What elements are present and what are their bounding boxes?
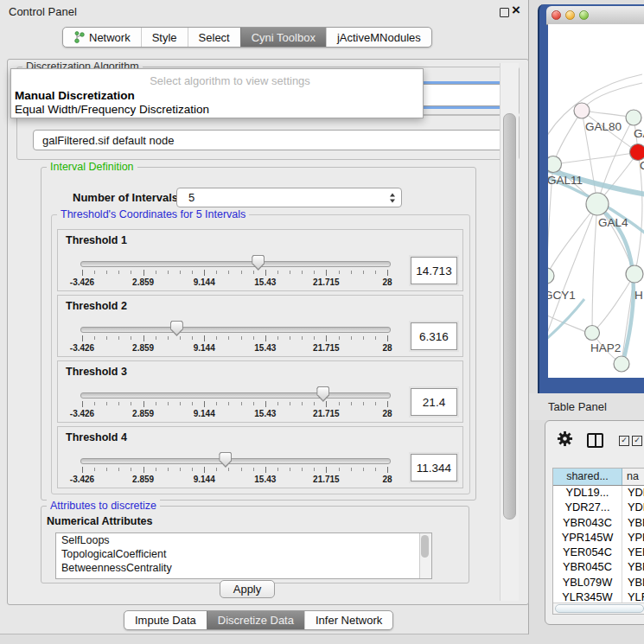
tab-network-label: Network bbox=[89, 31, 131, 44]
network-node-HAP2[interactable] bbox=[585, 326, 600, 341]
network-edge[interactable] bbox=[553, 111, 582, 164]
tick-mark bbox=[118, 402, 119, 405]
threshold-panel: Threshold 3-3.4262.8599.14415.4321.71528… bbox=[57, 360, 463, 423]
number-of-intervals-label: Number of Intervals bbox=[73, 191, 178, 204]
network-window-titlebar[interactable] bbox=[546, 6, 644, 25]
network-edge[interactable] bbox=[597, 274, 634, 328]
panel-vertical-scrollbar[interactable] bbox=[500, 63, 519, 601]
slider-track[interactable] bbox=[80, 261, 391, 267]
numerical-attribute-item[interactable]: TopologicalCoefficient bbox=[56, 547, 431, 561]
column-header-shared-name[interactable]: shared... bbox=[553, 469, 622, 485]
tick-mark bbox=[265, 270, 266, 276]
minimize-traffic-light[interactable] bbox=[565, 10, 575, 20]
tick-label: 28 bbox=[366, 409, 409, 418]
tick-mark bbox=[204, 335, 205, 341]
tick-mark bbox=[143, 335, 144, 341]
numerical-attribute-item[interactable]: BetweennessCentrality bbox=[56, 561, 431, 575]
tick-mark bbox=[131, 271, 131, 274]
network-node-label: H bbox=[634, 289, 643, 302]
network-edge[interactable] bbox=[553, 152, 638, 164]
close-traffic-light[interactable] bbox=[552, 10, 561, 20]
network-node-GAL4[interactable] bbox=[586, 193, 609, 215]
numerical-attribute-item[interactable]: SelfLoops bbox=[56, 533, 431, 547]
apply-button[interactable]: Apply bbox=[220, 580, 275, 598]
network-view-window: GAL80GACGAL11GAL4GCY1HHAP2 bbox=[538, 4, 644, 393]
network-edge[interactable] bbox=[597, 204, 634, 274]
table-row[interactable]: YBL079WYBL0 bbox=[553, 576, 644, 590]
float-window-icon[interactable] bbox=[500, 8, 509, 17]
network-edge-highlighted[interactable] bbox=[548, 299, 584, 342]
attributes-to-discretize-label: Attributes to discretize bbox=[47, 500, 160, 513]
tick-label: 15.43 bbox=[244, 409, 287, 418]
table-row[interactable]: YDR27...YDR2 bbox=[553, 501, 644, 515]
column-header-name[interactable]: na bbox=[622, 469, 644, 485]
interval-definition-group: Interval Definition Number of Intervals … bbox=[41, 167, 476, 501]
tab-infer-network[interactable]: Infer Network bbox=[304, 611, 392, 629]
slider-thumb[interactable] bbox=[170, 321, 183, 336]
network-node-GAL80[interactable] bbox=[574, 103, 590, 118]
split-table-icon[interactable] bbox=[587, 433, 603, 448]
tab-impute-data[interactable]: Impute Data bbox=[124, 611, 207, 629]
network-node-GA[interactable] bbox=[626, 110, 641, 125]
tick-mark bbox=[216, 336, 217, 340]
table-horizontal-scrollbar[interactable] bbox=[553, 603, 644, 614]
gear-icon[interactable] bbox=[557, 430, 573, 450]
network-node-GCY1[interactable] bbox=[548, 268, 554, 284]
checkbox-column-icon-2[interactable]: ✓ bbox=[632, 436, 642, 446]
cell-name: YBR0 bbox=[622, 516, 644, 531]
threshold-value-field[interactable]: 11.344 bbox=[411, 454, 457, 481]
slider-thumb[interactable] bbox=[219, 452, 232, 468]
tick-mark bbox=[326, 467, 327, 473]
tick-mark bbox=[82, 401, 83, 407]
checkbox-column-icon[interactable]: ✓ bbox=[619, 436, 629, 446]
threshold-value-field[interactable]: 14.713 bbox=[411, 257, 457, 284]
table-row[interactable]: YER054CYER0 bbox=[553, 545, 644, 560]
network-edge[interactable] bbox=[592, 204, 597, 333]
number-of-intervals-combobox[interactable]: 5 bbox=[176, 188, 402, 207]
slider-thumb[interactable] bbox=[316, 386, 329, 402]
network-node-label: GA bbox=[634, 127, 644, 140]
attributes-list-scrollbar[interactable] bbox=[419, 533, 431, 578]
tick-mark bbox=[339, 402, 340, 405]
slider-track[interactable] bbox=[80, 327, 391, 333]
tab-discretize-data[interactable]: Discretize Data bbox=[207, 611, 304, 629]
tick-mark bbox=[375, 336, 376, 340]
numerical-attributes-list[interactable]: SelfLoopsTopologicalCoefficientBetweenne… bbox=[55, 532, 432, 579]
table-data-combobox[interactable]: galFiltered.sif default node bbox=[33, 130, 512, 150]
table-horizontal-scrollbar-thumb[interactable] bbox=[555, 604, 644, 613]
tab-style[interactable]: Style bbox=[141, 28, 188, 47]
network-edge[interactable] bbox=[548, 204, 597, 346]
attributes-list-scrollbar-thumb[interactable] bbox=[421, 535, 429, 558]
zoom-traffic-light[interactable] bbox=[579, 10, 589, 20]
tab-select[interactable]: Select bbox=[188, 28, 240, 47]
threshold-value-field[interactable]: 21.4 bbox=[411, 388, 457, 416]
tick-mark bbox=[302, 402, 303, 405]
popup-option-manual-discretization[interactable]: Manual Discretization bbox=[15, 89, 135, 102]
tick-mark bbox=[82, 335, 83, 341]
slider-track[interactable] bbox=[80, 458, 391, 464]
popup-option-equal-width-frequency[interactable]: Equal Width/Frequency Discretization bbox=[15, 103, 209, 116]
tab-network[interactable]: Network bbox=[63, 28, 141, 47]
table-row[interactable]: YBR045CYBR0 bbox=[553, 560, 644, 575]
network-node-GAL11[interactable] bbox=[548, 156, 562, 173]
tick-label: 2.859 bbox=[122, 343, 165, 353]
table-row[interactable]: YPR145WYPR1 bbox=[553, 531, 644, 545]
panel-vertical-scrollbar-thumb[interactable] bbox=[503, 113, 516, 520]
slider-track[interactable] bbox=[80, 392, 391, 399]
tick-label: 9.144 bbox=[182, 475, 226, 484]
slider-thumb[interactable] bbox=[252, 255, 265, 271]
network-node-C[interactable] bbox=[630, 144, 644, 161]
network-node-label: GCY1 bbox=[548, 289, 576, 302]
tab-jactivemnodules[interactable]: jActiveMNodules bbox=[326, 28, 431, 47]
threshold-value-field[interactable]: 6.316 bbox=[411, 322, 457, 350]
network-node-unlabeled[interactable] bbox=[614, 356, 629, 372]
tick-label: 2.859 bbox=[122, 277, 165, 287]
tab-cyni-toolbox[interactable]: Cyni Toolbox bbox=[240, 28, 326, 47]
network-node-label: GAL11 bbox=[548, 174, 583, 187]
table-row[interactable]: YDL19...YDL1 bbox=[553, 486, 644, 501]
table-row[interactable]: YBR043CYBR0 bbox=[553, 516, 644, 531]
network-node-H[interactable] bbox=[626, 265, 643, 283]
network-canvas[interactable]: GAL80GACGAL11GAL4GCY1HHAP2 bbox=[548, 24, 644, 378]
network-edge[interactable] bbox=[582, 83, 642, 111]
close-icon[interactable]: × bbox=[512, 2, 520, 19]
